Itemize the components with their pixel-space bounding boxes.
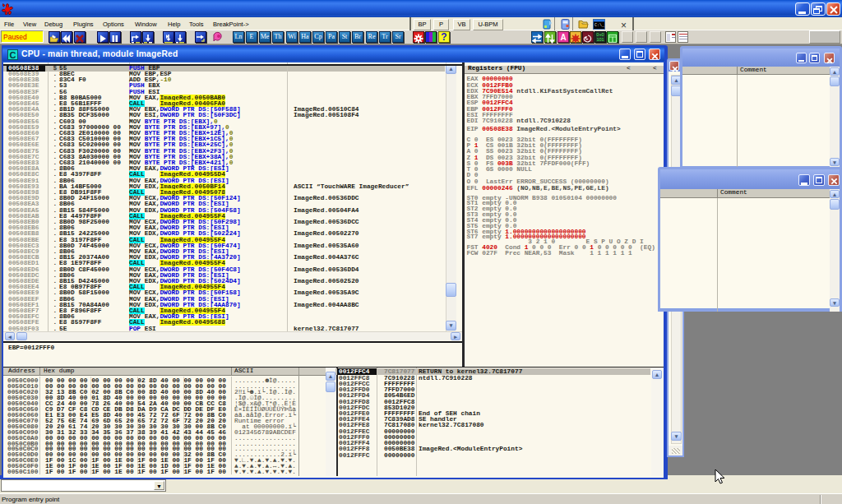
svg-text:C:\_: C:\_ <box>594 23 605 28</box>
